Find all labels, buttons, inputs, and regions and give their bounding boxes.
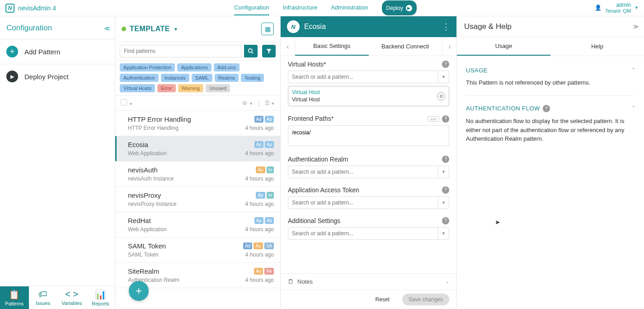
expand-panel-icon[interactable]: >> bbox=[633, 23, 637, 30]
authflow-section-title: AUTHENTICATION FLOW bbox=[466, 105, 540, 112]
remove-icon[interactable]: ⊘ bbox=[437, 92, 445, 100]
virtual-hosts-combo[interactable]: ▼ bbox=[288, 71, 449, 83]
tab-scroll-right[interactable]: › bbox=[442, 37, 456, 56]
nav-administration[interactable]: Administration bbox=[331, 0, 368, 15]
pattern-row[interactable]: EcosiaApApWeb Application4 hours ago bbox=[115, 136, 280, 162]
pattern-name: HTTP Error Handling bbox=[128, 115, 191, 123]
pattern-list-panel: TEMPLATE ▼ ▦ Application ProtectionAppli… bbox=[115, 16, 281, 309]
authflow-text: No authentication flow to display for th… bbox=[466, 117, 635, 143]
tab-help[interactable]: Help bbox=[550, 37, 644, 56]
user-menu[interactable]: 👤 admin Tenant: QM ▼ bbox=[595, 2, 639, 14]
filter-tag[interactable]: Authentication bbox=[120, 74, 159, 82]
filter-tag[interactable]: Applications bbox=[177, 63, 211, 71]
category-badge: Au bbox=[256, 166, 265, 173]
category-badge: Ap bbox=[265, 217, 274, 224]
collapse-sidebar-icon[interactable]: << bbox=[104, 24, 108, 32]
tab-reports[interactable]: 📊Reports bbox=[86, 286, 115, 309]
pattern-row[interactable]: SAML TokenAdAuSASAML Token4 hours ago bbox=[115, 238, 280, 263]
pattern-detail-panel: N Ecosia ⋮ ‹ Basic Settings Backend Conn… bbox=[281, 16, 457, 309]
virtual-hosts-label: Virtual Hosts* bbox=[288, 61, 326, 68]
filter-tag[interactable]: Realms bbox=[215, 74, 239, 82]
tab-issues[interactable]: 🏷Issues bbox=[29, 286, 58, 309]
category-badge: Au bbox=[254, 268, 263, 275]
filter-tag[interactable]: Error bbox=[157, 84, 175, 92]
help-icon[interactable]: ? bbox=[442, 115, 449, 123]
filter-tag[interactable]: Unused bbox=[206, 84, 230, 92]
category-badge: In bbox=[267, 166, 274, 173]
help-icon[interactable]: ? bbox=[442, 186, 449, 194]
save-button[interactable]: Save changes bbox=[402, 294, 449, 305]
filter-button[interactable] bbox=[262, 45, 276, 57]
select-all-checkbox[interactable] bbox=[121, 99, 127, 105]
tab-usage[interactable]: Usage bbox=[457, 37, 550, 56]
category-badge: SA bbox=[264, 242, 274, 249]
grid-view-button[interactable]: ▦ bbox=[261, 23, 274, 35]
tab-backend-connectivity[interactable]: Backend Connecti bbox=[369, 37, 442, 56]
pattern-time: 4 hours ago bbox=[245, 252, 274, 258]
deploy-button[interactable]: Deploy ▶ bbox=[382, 0, 417, 15]
filter-tag[interactable]: Instances bbox=[161, 74, 189, 82]
filter-tags: Application ProtectionApplicationsAdd-on… bbox=[115, 61, 280, 95]
deploy-project-button[interactable]: ▶ Deploy Project bbox=[0, 64, 115, 89]
tab-basic-settings[interactable]: Basic Settings bbox=[295, 37, 369, 56]
main-layout: Configuration << + Add Pattern ▶ Deploy … bbox=[0, 16, 644, 309]
topnav: Configuration Infrastructure Administrat… bbox=[234, 0, 417, 15]
chevron-down-icon: ⌄ bbox=[446, 279, 449, 284]
user-name: admin bbox=[605, 2, 631, 8]
help-icon[interactable]: ? bbox=[543, 105, 550, 112]
filter-tag[interactable]: SAML bbox=[192, 74, 212, 82]
nav-infrastructure[interactable]: Infrastructure bbox=[283, 0, 318, 15]
add-fab-button[interactable]: + bbox=[129, 281, 149, 301]
tab-variables[interactable]: < >Variables bbox=[57, 286, 86, 309]
category-badge: Ap bbox=[254, 217, 263, 224]
chevron-down-icon[interactable]: ▼ bbox=[438, 227, 449, 240]
filter-tag[interactable]: Warning bbox=[178, 84, 204, 92]
pattern-type: HTTP Error Handling bbox=[128, 125, 179, 131]
pattern-row[interactable]: nevisProxyApInnevisProxy Instance4 hours… bbox=[115, 187, 280, 212]
auth-realm-combo[interactable]: ▼ bbox=[288, 166, 449, 178]
var-badge[interactable]: var bbox=[428, 116, 439, 122]
chevron-down-icon[interactable]: ▼ bbox=[129, 102, 133, 106]
reset-button[interactable]: Reset bbox=[369, 294, 396, 305]
frontend-paths-input[interactable] bbox=[288, 125, 449, 146]
search-icon bbox=[248, 48, 254, 54]
status-dot-icon bbox=[122, 27, 126, 31]
pattern-search-input[interactable] bbox=[120, 45, 241, 57]
notes-accordion[interactable]: 🗒 Notes ⌄ bbox=[281, 273, 456, 290]
chevron-up-icon[interactable]: ˄ bbox=[632, 67, 635, 73]
additional-settings-combo[interactable]: ▼ bbox=[288, 227, 449, 240]
tab-patterns[interactable]: 📋Patterns bbox=[0, 286, 29, 309]
chevron-down-icon[interactable]: ▼ bbox=[438, 71, 449, 83]
pattern-type: nevisProxy Instance bbox=[128, 201, 176, 207]
category-badge: Ad bbox=[254, 116, 263, 123]
help-icon[interactable]: ? bbox=[442, 156, 449, 163]
more-menu-icon[interactable]: ⋮ bbox=[442, 22, 450, 32]
tag-icon: 🏷 bbox=[29, 289, 58, 299]
chevron-down-icon[interactable]: ▼ bbox=[438, 166, 449, 178]
nav-configuration[interactable]: Configuration bbox=[234, 0, 269, 15]
filter-tag[interactable]: Testing bbox=[241, 74, 264, 82]
virtual-host-value[interactable]: Virtual HostVirtual Host ⊘ bbox=[288, 86, 449, 106]
pattern-time: 4 hours ago bbox=[245, 201, 274, 207]
play-icon: ▶ bbox=[406, 5, 412, 11]
tab-scroll-left[interactable]: ‹ bbox=[281, 37, 295, 56]
access-token-combo[interactable]: ▼ bbox=[288, 196, 449, 209]
chevron-down-icon[interactable]: ▼ bbox=[438, 196, 449, 209]
list-toolbar: ▼ ⚙▼ | ☰▼ bbox=[115, 95, 280, 111]
chevron-down-icon: ▼ bbox=[174, 27, 178, 32]
project-selector[interactable]: TEMPLATE ▼ bbox=[122, 25, 178, 33]
left-sidebar-title: Configuration bbox=[6, 24, 52, 33]
help-icon[interactable]: ? bbox=[442, 217, 449, 224]
filter-tag[interactable]: Virtual Hosts bbox=[120, 84, 155, 92]
filter-tag[interactable]: Application Protection bbox=[120, 63, 175, 71]
gear-icon[interactable]: ⚙ bbox=[242, 100, 247, 106]
pattern-row[interactable]: HTTP Error HandlingAdApHTTP Error Handli… bbox=[115, 111, 280, 136]
list-view-icon[interactable]: ☰ bbox=[265, 100, 270, 106]
filter-tag[interactable]: Add-ons bbox=[214, 63, 240, 71]
pattern-row[interactable]: nevisAuthAuInnevisAuth Instance4 hours a… bbox=[115, 162, 280, 187]
chevron-up-icon[interactable]: ˄ bbox=[632, 105, 635, 111]
add-pattern-button[interactable]: + Add Pattern bbox=[0, 39, 115, 64]
help-icon[interactable]: ? bbox=[442, 61, 449, 68]
pattern-row[interactable]: RedHatApApWeb Application4 hours ago bbox=[115, 212, 280, 238]
search-button[interactable] bbox=[244, 45, 258, 57]
